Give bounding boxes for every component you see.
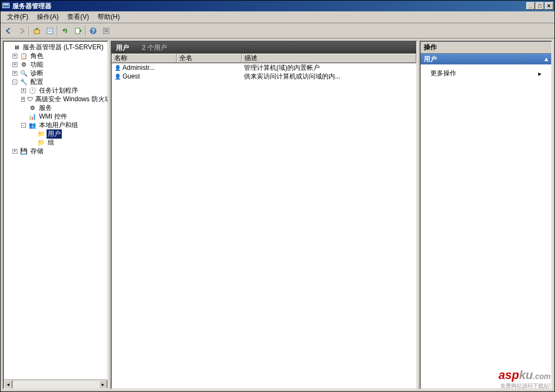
window-title: 服务器管理器 [12,2,526,11]
folder-icon: 📁 [37,130,46,138]
tree-features[interactable]: +⚙功能 [5,60,106,69]
toolbar: ? [1,23,554,38]
cell-name: Administr... [122,64,154,71]
tree-tasksched[interactable]: +🕐任务计划程序 [5,86,106,95]
actions-subtitle[interactable]: 用户 ▴ [421,54,551,64]
col-full[interactable]: 全名 [177,54,242,63]
collapse-icon[interactable]: - [21,123,26,128]
config-icon: 🔧 [20,78,28,86]
action-more[interactable]: 更多操作 ▸ [421,67,551,80]
back-button[interactable] [3,25,15,37]
list-row[interactable]: 👤Guest 供来宾访问计算机或访问域的内... [112,72,416,81]
properties-button[interactable] [44,25,56,37]
tree-roles[interactable]: +📋角色 [5,51,106,60]
menu-view[interactable]: 查看(V) [63,11,93,23]
tree-diagnostics[interactable]: +🔍诊断 [5,69,106,77]
minimize-button[interactable]: _ [526,2,535,10]
list-row[interactable]: 👤Administr... 管理计算机(域)的内置帐户 [112,63,416,72]
expand-icon[interactable]: + [21,97,25,102]
folder-icon: 📁 [37,139,46,146]
main-title: 用户 [116,43,129,53]
tree-services[interactable]: ⚙服务 [5,103,106,112]
toolbar-separator [29,25,30,36]
svg-rect-3 [47,28,53,34]
menu-help[interactable]: 帮助(H) [93,11,124,23]
col-desc[interactable]: 描述 [242,54,416,63]
main-panel: 用户 2 个用户 名称 全名 描述 👤Administr... 管理计算机(域)… [111,41,417,389]
chevron-right-icon: ▸ [538,70,541,77]
clock-icon: 🕐 [28,87,37,94]
close-button[interactable]: ✕ [545,2,553,10]
firewall-icon: 🛡 [27,95,33,103]
user-icon: 👤 [114,64,121,71]
export-button[interactable] [72,25,84,37]
up-button[interactable] [31,25,43,37]
tree-panel: 🖥服务器管理器 (LT-SERVER) +📋角色 +⚙功能 +🔍诊断 -🔧配置 … [3,41,108,389]
cell-name: Guest [122,73,140,80]
roles-icon: 📋 [20,52,28,60]
scroll-right-button[interactable]: ► [99,380,107,389]
cell-desc: 供来宾访问计算机或访问域的内... [244,72,340,81]
forward-button[interactable] [16,25,28,37]
scroll-left-button[interactable]: ◄ [4,380,12,389]
maximize-button[interactable]: □ [535,2,544,10]
storage-icon: 💾 [20,147,28,155]
window-controls: _ □ ✕ [526,2,553,10]
cell-desc: 管理计算机(域)的内置帐户 [244,63,320,73]
users-icon: 👥 [28,121,37,129]
collapse-arrow-icon: ▴ [545,55,548,63]
app-window: 服务器管理器 _ □ ✕ 文件(F) 操作(A) 查看(V) 帮助(H) ? 🖥… [0,0,555,392]
menu-action[interactable]: 操作(A) [33,11,63,23]
expand-icon[interactable]: + [21,88,26,93]
svg-rect-9 [104,28,109,34]
user-icon: 👤 [114,73,121,80]
refresh-button[interactable] [59,25,71,37]
features-icon: ⚙ [20,61,28,68]
gear-icon: ⚙ [28,104,37,112]
help-button[interactable]: ? [87,25,99,37]
column-headers: 名称 全名 描述 [112,54,416,63]
actions-body: 更多操作 ▸ [421,64,551,388]
tree-localug[interactable]: -👥本地用户和组 [5,121,106,129]
app-icon [2,2,10,10]
wmi-icon: 📊 [28,113,37,120]
scroll-track[interactable] [12,380,99,388]
titlebar[interactable]: 服务器管理器 _ □ ✕ [1,1,554,11]
expand-icon[interactable]: + [12,62,17,67]
expand-icon[interactable]: + [12,149,17,154]
tree-users[interactable]: 📁用户 [5,129,106,138]
expand-icon[interactable]: + [12,54,17,58]
toolbar-separator [85,25,86,36]
tree-wmi[interactable]: 📊WMI 控件 [5,112,106,121]
content-area: 🖥服务器管理器 (LT-SERVER) +📋角色 +⚙功能 +🔍诊断 -🔧配置 … [1,38,554,391]
actions-title: 操作 [421,42,551,54]
toolbar-separator [57,25,58,36]
tree-storage[interactable]: +💾存储 [5,147,106,155]
tree-hscroll[interactable]: ◄ ► [4,380,107,388]
svg-rect-2 [34,30,40,34]
menu-file[interactable]: 文件(F) [3,11,33,23]
svg-rect-1 [4,4,9,5]
menubar: 文件(F) 操作(A) 查看(V) 帮助(H) [1,11,554,23]
actions-panel: 操作 用户 ▴ 更多操作 ▸ [420,41,552,389]
tree-firewall[interactable]: +🛡高级安全 Windows 防火墙 [5,95,106,103]
nav-tree[interactable]: 🖥服务器管理器 (LT-SERVER) +📋角色 +⚙功能 +🔍诊断 -🔧配置 … [4,42,107,380]
expand-icon[interactable]: + [12,71,17,76]
collapse-icon[interactable]: - [12,80,17,84]
server-icon: 🖥 [12,43,21,51]
user-list[interactable]: 👤Administr... 管理计算机(域)的内置帐户 👤Guest 供来宾访问… [112,63,416,388]
diagnostics-icon: 🔍 [20,69,28,77]
tree-groups[interactable]: 📁组 [5,138,106,147]
options-button[interactable] [100,25,112,37]
main-header: 用户 2 个用户 [112,42,416,54]
main-count: 2 个用户 [142,43,167,53]
svg-text:?: ? [92,28,95,34]
svg-rect-6 [75,28,80,34]
col-name[interactable]: 名称 [112,54,177,63]
svg-rect-0 [3,3,9,8]
tree-config[interactable]: -🔧配置 [5,77,106,86]
tree-root[interactable]: 🖥服务器管理器 (LT-SERVER) [5,43,106,51]
